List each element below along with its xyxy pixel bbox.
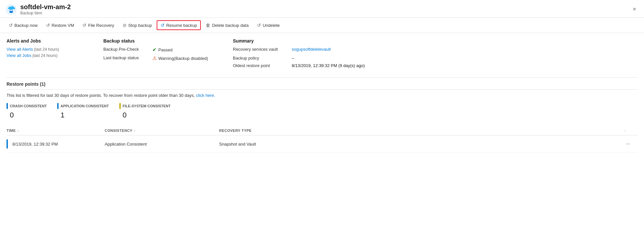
undelete-icon: ↺ bbox=[257, 23, 261, 28]
main-content: Alerts and Jobs View all Alerts (last 24… bbox=[0, 33, 644, 158]
oldest-value: 8/13/2019, 12:39:32 PM (9 day(s) ago) bbox=[292, 63, 365, 68]
vault-row: Recovery services vault sogupsoftdeletev… bbox=[233, 47, 637, 53]
window-title: softdel-vm-am-2 bbox=[20, 3, 71, 11]
stop-backup-button[interactable]: ⊘ Stop backup bbox=[119, 20, 155, 30]
file-recovery-icon: ↺ bbox=[82, 23, 86, 28]
col-time: TIME ↕ bbox=[7, 129, 105, 132]
restore-vm-icon: ↺ bbox=[46, 23, 50, 28]
vault-value-link[interactable]: sogupsoftdeletevault bbox=[292, 47, 331, 52]
oldest-label: Oldest restore point bbox=[233, 63, 292, 68]
col-consistency: CONSISTENCY ↕ bbox=[105, 129, 219, 132]
undelete-button[interactable]: ↺ Undelete bbox=[253, 20, 283, 30]
fs-consistent-count: 0 bbox=[119, 111, 171, 119]
table-header: TIME ↕ CONSISTENCY ↕ RECOVERY TYPE ↑ bbox=[7, 126, 637, 135]
restore-points-table: TIME ↕ CONSISTENCY ↕ RECOVERY TYPE ↑ 8/1… bbox=[7, 126, 637, 153]
summary-section: Summary Recovery services vault sogupsof… bbox=[233, 38, 637, 71]
vault-label: Recovery services vault bbox=[233, 47, 292, 53]
cell-time: 8/13/2019, 12:39:32 PM bbox=[7, 139, 105, 149]
stop-backup-icon: ⊘ bbox=[123, 23, 127, 28]
pre-check-label: Backup Pre-Check bbox=[103, 47, 152, 52]
pre-check-value: ✔ Passed bbox=[152, 47, 172, 53]
app-consistent-count: 1 bbox=[57, 111, 109, 119]
restore-vm-button[interactable]: ↺ Restore VM bbox=[43, 20, 78, 30]
actions-sort-icon: ↑ bbox=[624, 129, 626, 132]
row-indicator bbox=[7, 139, 8, 149]
fs-consistent-item: FILE-SYSTEM CONSISTENT 0 bbox=[119, 103, 171, 119]
crash-consistent-count: 0 bbox=[7, 111, 47, 119]
view-all-alerts-link[interactable]: View all Alerts (last 24 hours) bbox=[7, 47, 98, 52]
resume-backup-icon: ↺ bbox=[161, 23, 165, 28]
backup-status-section: Backup status Backup Pre-Check ✔ Passed … bbox=[103, 38, 228, 71]
crash-bar-indicator bbox=[7, 103, 8, 109]
alerts-section: Alerts and Jobs View all Alerts (last 24… bbox=[7, 38, 98, 71]
crash-consistent-label: CRASH CONSISTENT bbox=[7, 103, 47, 109]
cell-recovery-type: Snapshot and Vault bbox=[219, 142, 624, 147]
policy-row: Backup policy – bbox=[233, 56, 637, 61]
cell-consistency: Application Consistent bbox=[105, 142, 219, 147]
app-consistent-label: APPLICATION CONSISTENT bbox=[57, 103, 109, 109]
delete-backup-icon: 🗑 bbox=[206, 23, 210, 28]
backup-now-button[interactable]: ↺ Backup now bbox=[5, 20, 41, 30]
backup-status-title: Backup status bbox=[103, 38, 228, 44]
time-sort-icon[interactable]: ↕ bbox=[17, 129, 19, 132]
filter-text: This list is filtered for last 30 days o… bbox=[7, 93, 637, 98]
policy-label: Backup policy bbox=[233, 56, 292, 61]
table-row: 8/13/2019, 12:39:32 PM Application Consi… bbox=[7, 135, 637, 153]
restore-points-header: Restore points (1) bbox=[7, 81, 637, 90]
delete-backup-button[interactable]: 🗑 Delete backup data bbox=[202, 20, 252, 30]
fs-consistent-label: FILE-SYSTEM CONSISTENT bbox=[119, 103, 171, 109]
app-bar-indicator bbox=[57, 103, 59, 109]
crash-consistent-item: CRASH CONSISTENT 0 bbox=[7, 103, 47, 119]
view-all-jobs-link[interactable]: View all Jobs (last 24 hours) bbox=[7, 53, 98, 58]
svg-rect-2 bbox=[10, 10, 12, 11]
policy-value: – bbox=[292, 56, 294, 61]
cell-actions: ··· bbox=[624, 140, 637, 148]
section-divider bbox=[7, 77, 637, 78]
title-bar: softdel-vm-am-2 Backup Item × bbox=[0, 0, 644, 18]
col-actions: ↑ bbox=[624, 129, 637, 132]
app-icon bbox=[5, 4, 17, 15]
consistency-sort-icon[interactable]: ↕ bbox=[134, 129, 136, 132]
click-here-link[interactable]: click here. bbox=[196, 93, 215, 98]
alerts-title: Alerts and Jobs bbox=[7, 38, 98, 44]
app-consistent-item: APPLICATION CONSISTENT 1 bbox=[57, 103, 109, 119]
resume-backup-button[interactable]: ↺ Resume backup bbox=[157, 20, 201, 30]
col-recovery-type: RECOVERY TYPE bbox=[219, 129, 624, 132]
row-more-button[interactable]: ··· bbox=[624, 140, 631, 148]
warning-icon: ⚠ bbox=[152, 55, 157, 61]
backup-now-icon: ↺ bbox=[9, 23, 13, 28]
last-backup-row: Last backup status ⚠ Warning(Backup disa… bbox=[103, 55, 228, 61]
window-title-group: softdel-vm-am-2 Backup Item bbox=[20, 3, 71, 15]
file-recovery-button[interactable]: ↺ File Recovery bbox=[79, 20, 117, 30]
consistency-bars: CRASH CONSISTENT 0 APPLICATION CONSISTEN… bbox=[7, 103, 637, 119]
oldest-row: Oldest restore point 8/13/2019, 12:39:32… bbox=[233, 63, 637, 68]
info-grid: Alerts and Jobs View all Alerts (last 24… bbox=[7, 38, 637, 71]
summary-title: Summary bbox=[233, 38, 637, 44]
fs-bar-indicator bbox=[119, 103, 121, 109]
close-button[interactable]: × bbox=[630, 5, 639, 14]
toolbar: ↺ Backup now ↺ Restore VM ↺ File Recover… bbox=[0, 18, 644, 33]
window-subtitle: Backup Item bbox=[20, 11, 71, 15]
pre-check-row: Backup Pre-Check ✔ Passed bbox=[103, 47, 228, 53]
last-backup-label: Last backup status bbox=[103, 55, 152, 60]
check-icon: ✔ bbox=[152, 47, 157, 53]
last-backup-value: ⚠ Warning(Backup disabled) bbox=[152, 55, 208, 61]
